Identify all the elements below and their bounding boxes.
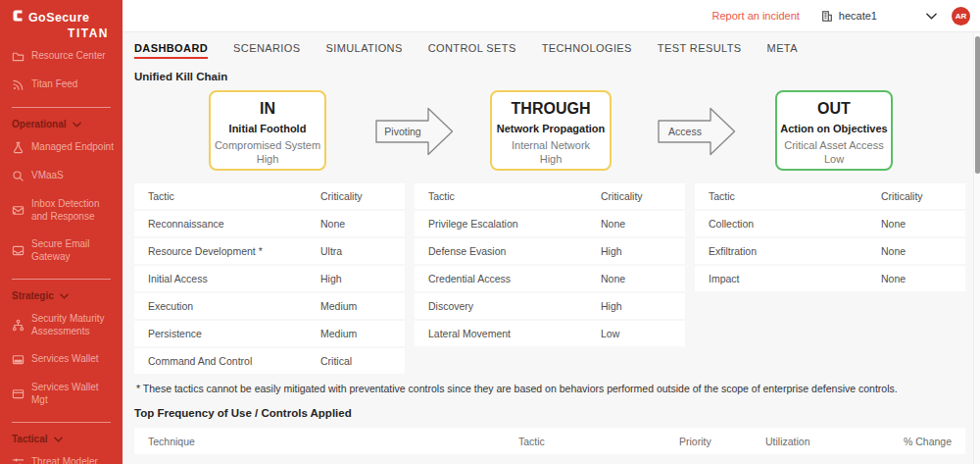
wallet-icon (12, 353, 24, 366)
column-header-criticality: Criticality (320, 190, 391, 202)
kill-chain-stage-out: OUT Action on Objectives Critical Asset … (775, 90, 893, 171)
tab-dashboard[interactable]: DASHBOARD (134, 42, 208, 59)
column-header-tactic: Tactic (428, 190, 455, 202)
tab-test-results[interactable]: TEST RESULTS (658, 42, 742, 59)
kill-chain-diagram: IN Initial Foothold Compromised SystemHi… (134, 90, 965, 175)
logo-product: TITAN (12, 26, 111, 40)
kill-chain-stage-through: THROUGH Network Propagation Internal Net… (490, 90, 612, 171)
folder-icon (12, 50, 24, 63)
table-row: Resource Development *Ultra (134, 238, 405, 264)
sliders-icon (12, 456, 24, 464)
app-root: GoSecure TITAN Resource Center Titan Fee… (0, 0, 980, 464)
tab-scenarios[interactable]: SCENARIOS (233, 42, 300, 59)
hierarchy-icon (12, 319, 24, 332)
tactic-table-out: Tactic Criticality CollectionNone Exfilt… (695, 183, 965, 293)
tactic-tables: Tactic Criticality ReconnaissanceNone Re… (134, 183, 965, 376)
tactic-table-in: Tactic Criticality ReconnaissanceNone Re… (134, 183, 405, 376)
chevron-down-icon (60, 293, 69, 299)
kill-chain-stage-in: IN Initial Foothold Compromised SystemHi… (209, 90, 326, 171)
logo: GoSecure TITAN (0, 0, 122, 42)
table-row: ExecutionMedium (134, 293, 405, 319)
table-row: Lateral MovementLow (415, 321, 685, 346)
tab-technologies[interactable]: TECHNOLOGIES (542, 42, 632, 59)
column-header-change: % Change (873, 436, 952, 447)
sidebar-section-strategic[interactable]: Strategic (0, 282, 122, 305)
table-row: ImpactNone (695, 266, 965, 291)
table-row: ReconnaissanceNone (134, 211, 405, 236)
sidebar-item-label: Threat Modeler (31, 456, 98, 464)
column-header-criticality: Criticality (881, 190, 952, 202)
sidebar-item-services-wallet[interactable]: Services Wallet (0, 345, 122, 374)
card-icon (12, 387, 24, 400)
tab-meta[interactable]: META (767, 42, 798, 59)
tactic-table-through: Tactic Criticality Privilege EscalationN… (415, 183, 685, 348)
table-row: Command And ControlCritical (134, 348, 405, 374)
sidebar-item-threat-modeler[interactable]: Threat Modeler (0, 448, 122, 464)
tactics-footnote: * These tactics cannot be easily mitigat… (136, 383, 965, 394)
mail-gateway-icon (12, 244, 24, 257)
table-row: ExfiltrationNone (695, 238, 965, 264)
table-header-row: Tactic Criticality (134, 183, 405, 209)
org-selector[interactable]: hecate1 (821, 10, 877, 23)
sidebar-item-label: Security Maturity Assessments (31, 313, 117, 337)
sidebar-divider (12, 279, 111, 280)
column-header-utilization: Utilization (765, 436, 873, 447)
tabbar: DASHBOARD SCENARIOS SIMULATIONS CONTROL … (122, 32, 980, 59)
building-icon (821, 10, 833, 23)
kill-chain-arrow-pivoting: Pivoting (375, 106, 454, 157)
sidebar-item-vmaas[interactable]: VMaaS (0, 162, 122, 190)
tab-simulations[interactable]: SIMULATIONS (326, 42, 403, 59)
chevron-down-icon (73, 122, 81, 128)
gosecure-logo-icon (12, 9, 24, 26)
sidebar-item-secure-email-gateway[interactable]: Secure Email Gateway (0, 231, 122, 271)
report-incident-link[interactable]: Report an incident (712, 10, 800, 22)
table-row: Privilege EscalationNone (415, 211, 685, 236)
kill-chain-arrow-access: Access (658, 106, 736, 157)
avatar[interactable]: AR (952, 7, 970, 26)
sidebar-item-label: VMaaS (31, 170, 64, 182)
chevron-down-icon (54, 437, 63, 442)
org-name: hecate1 (839, 10, 877, 22)
sidebar-item-label: Services Wallet Mgt (31, 382, 117, 406)
column-header-tactic: Tactic (709, 190, 735, 202)
sidebar-divider (12, 422, 111, 423)
dashboard-content: Unified Kill Chain IN Initial Foothold C… (122, 71, 980, 454)
sidebar-item-label: Resource Center (31, 50, 106, 63)
column-header-tactic: Tactic (518, 436, 679, 447)
sidebar: GoSecure TITAN Resource Center Titan Fee… (0, 0, 122, 464)
sidebar-section-operational[interactable]: Operational (0, 110, 122, 133)
logo-brand: GoSecure (28, 11, 89, 25)
account-chevron-icon[interactable] (926, 13, 937, 20)
magnifier-icon (12, 170, 24, 182)
main-area: Report an incident hecate1 AR DASHBOARD … (122, 0, 980, 464)
scrollbar-thumb[interactable] (975, 36, 980, 174)
table-header-row: Tactic Criticality (695, 183, 965, 209)
sidebar-item-security-maturity[interactable]: Security Maturity Assessments (0, 305, 122, 345)
table-row: Credential AccessNone (415, 266, 685, 291)
table-row: DiscoveryHigh (415, 293, 685, 319)
table-header-row: Tactic Criticality (415, 183, 685, 209)
sidebar-item-label: Inbox Detection and Response (31, 198, 117, 223)
sidebar-item-inbox-detection[interactable]: Inbox Detection and Response (0, 190, 122, 231)
column-header-criticality: Criticality (601, 190, 671, 202)
table-row: Initial AccessHigh (134, 266, 405, 291)
sidebar-item-services-wallet-mgt[interactable]: Services Wallet Mgt (0, 374, 122, 414)
sidebar-item-titan-feed[interactable]: Titan Feed (0, 71, 122, 99)
feed-icon (12, 78, 24, 91)
column-header-technique: Technique (148, 436, 518, 447)
tab-control-sets[interactable]: CONTROL SETS (428, 42, 516, 59)
vertical-scrollbar[interactable] (973, 33, 980, 464)
table-row: Defense EvasionHigh (415, 238, 685, 264)
topbar: Report an incident hecate1 AR (122, 0, 980, 32)
kill-chain-title: Unified Kill Chain (134, 71, 965, 82)
sidebar-item-label: Managed Endpoint (31, 141, 114, 154)
sidebar-item-label: Services Wallet (31, 353, 99, 366)
sidebar-section-tactical[interactable]: Tactical (0, 425, 122, 448)
sidebar-item-managed-endpoint[interactable]: Managed Endpoint (0, 133, 122, 162)
sidebar-item-label: Secure Email Gateway (31, 238, 117, 263)
column-header-priority: Priority (679, 436, 765, 447)
sidebar-item-resource-center[interactable]: Resource Center (0, 42, 122, 71)
mail-alert-icon (12, 204, 24, 217)
frequency-table-header: Technique Tactic Priority Utilization % … (134, 428, 965, 454)
table-row: PersistenceMedium (134, 321, 405, 346)
